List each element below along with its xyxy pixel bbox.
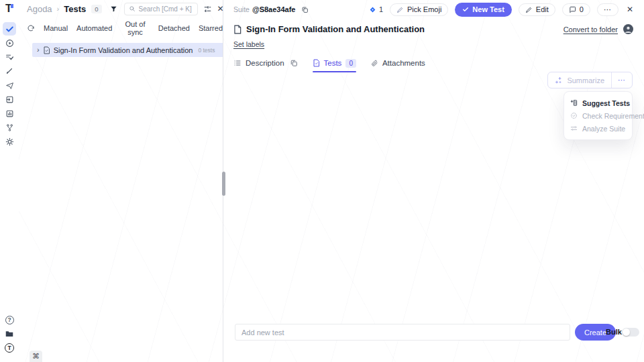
summarize-split-button: Summarize ⋯	[547, 72, 633, 88]
rail-pipelines-icon[interactable]	[3, 78, 16, 92]
copy-description-icon[interactable]	[290, 59, 298, 67]
convert-to-folder-link[interactable]: Convert to folder	[564, 25, 618, 34]
tree-toolbar: Agoda › Tests 0 ✕	[19, 0, 223, 17]
menu-item-analyze-suite[interactable]: Analyze Suite	[564, 122, 632, 135]
suite-doc-icon	[43, 46, 50, 54]
filter-tab-starred[interactable]: Starred	[199, 24, 223, 32]
check-icon	[462, 6, 469, 13]
tree-suite-meta: 0 tests	[198, 47, 215, 54]
pencil-icon	[525, 6, 533, 13]
rail-analytics-icon[interactable]	[3, 107, 16, 120]
filter-tabs: Manual Automated Out of sync Detached St…	[19, 20, 223, 36]
suggest-tests-icon	[570, 99, 578, 107]
comments-count: 0	[580, 5, 584, 13]
logo-accent	[11, 4, 13, 8]
set-labels-link[interactable]: Set labels	[233, 40, 264, 48]
rail-import-icon[interactable]	[3, 93, 16, 106]
detail-tabs: Description Tests 0 Attachments	[233, 56, 425, 70]
suites-tree-panel: Agoda › Tests 0 ✕ Manual Automated Out o…	[19, 0, 223, 362]
testomat-badge-icon[interactable]: T	[3, 341, 16, 355]
rail-tests-icon[interactable]	[3, 22, 16, 36]
filter-tab-manual[interactable]: Manual	[44, 24, 68, 32]
projects-folder-icon[interactable]	[3, 327, 16, 341]
ellipsis-icon: ⋯	[618, 76, 626, 84]
filter-tab-automated[interactable]: Automated	[76, 24, 112, 32]
summarize-more-button[interactable]: ⋯	[612, 72, 632, 88]
suite-title-doc-icon	[233, 25, 241, 34]
suite-type-label: Suite	[233, 5, 250, 13]
doc-check-icon	[313, 59, 320, 67]
pick-emoji-button[interactable]: Pick Emoji	[390, 3, 448, 16]
tests-tab-badge: 0	[345, 59, 356, 68]
tree-row-suite[interactable]: › Sign-In Form Validation and Authentica…	[32, 43, 223, 57]
close-detail-icon[interactable]: ✕	[627, 5, 633, 14]
menu-item-suggest-tests[interactable]: Suggest Tests	[564, 97, 632, 109]
close-panel-icon[interactable]: ✕	[217, 4, 224, 13]
sync-status-icon[interactable]	[27, 24, 35, 32]
rail-branches-icon[interactable]	[3, 121, 16, 134]
header-actions: 1 Pick Emoji New Test Edit	[369, 3, 633, 17]
search-input[interactable]	[139, 5, 193, 13]
more-actions-button[interactable]: ⋯	[597, 3, 619, 16]
filter-icon[interactable]	[110, 5, 117, 13]
tree-suite-title: Sign-In Form Validation and Authenticati…	[54, 46, 193, 54]
breadcrumb-separator-icon: ›	[56, 5, 60, 13]
rail-plans-icon[interactable]	[3, 50, 16, 64]
sparkles-icon	[555, 76, 563, 84]
keyboard-shortcuts-button[interactable]: ⌘	[30, 351, 42, 362]
bulk-toggle[interactable]	[622, 328, 639, 337]
left-icon-rail: T ?	[0, 0, 19, 362]
check-requirements-icon	[570, 112, 578, 119]
rail-settings-icon[interactable]	[3, 135, 16, 148]
tests-count-badge: 0	[91, 5, 101, 13]
filter-tab-detached[interactable]: Detached	[158, 24, 190, 32]
bulk-label: Bulk	[606, 324, 622, 341]
suite-title-row: Sign-In Form Validation and Authenticati…	[233, 24, 633, 34]
ai-actions-menu: Suggest Tests Check Requirements Analyze…	[564, 91, 633, 140]
rail-runs-icon[interactable]	[3, 36, 16, 50]
app-logo[interactable]: T	[5, 3, 12, 14]
emoji-pen-icon	[396, 6, 404, 13]
tab-tests[interactable]: Tests 0	[313, 59, 356, 68]
search-box[interactable]	[124, 3, 198, 15]
jira-count: 1	[379, 5, 383, 13]
help-icon[interactable]: ?	[3, 313, 16, 326]
toggle-knob	[623, 328, 630, 336]
assignee-avatar[interactable]	[623, 24, 633, 34]
rail-bottom: ? T	[3, 313, 16, 355]
suite-detail-panel: Suite @S8ae34afe 1 Pick Emoji	[224, 0, 644, 362]
paperclip-icon	[371, 59, 378, 67]
filter-tab-out-of-sync[interactable]: Out of sync	[121, 20, 150, 36]
search-icon	[129, 5, 136, 12]
rail-compose-icon[interactable]	[3, 64, 16, 78]
breadcrumb-section: Tests	[64, 4, 86, 14]
rail-nav	[3, 22, 16, 148]
summarize-button[interactable]: Summarize	[548, 72, 611, 88]
comment-icon	[569, 6, 576, 13]
command-icon: ⌘	[32, 352, 40, 361]
suite-header-bar: Suite @S8ae34afe 1 Pick Emoji	[233, 3, 633, 16]
list-icon	[233, 59, 241, 67]
panel-resize-handle[interactable]	[222, 172, 225, 196]
new-test-button[interactable]: New Test	[455, 3, 511, 17]
edit-button[interactable]: Edit	[519, 3, 555, 16]
suite-id: @S8ae34afe	[252, 5, 296, 13]
jira-link-button[interactable]: 1	[369, 5, 383, 13]
tab-attachments[interactable]: Attachments	[371, 59, 425, 67]
breadcrumb-project[interactable]: Agoda	[27, 4, 52, 14]
chevron-right-icon[interactable]: ›	[37, 46, 40, 54]
copy-suite-id-icon[interactable]	[301, 6, 309, 13]
suite-title: Sign-In Form Validation and Authenticati…	[246, 24, 425, 34]
view-settings-icon[interactable]	[203, 5, 212, 13]
gem-icon	[369, 6, 376, 13]
ellipsis-icon: ⋯	[604, 5, 612, 14]
tab-description[interactable]: Description	[233, 59, 284, 67]
comments-button[interactable]: 0	[562, 3, 590, 16]
add-new-test-input[interactable]	[235, 324, 570, 341]
menu-item-check-requirements[interactable]: Check Requirements	[564, 109, 632, 122]
analyze-suite-icon	[570, 125, 578, 132]
